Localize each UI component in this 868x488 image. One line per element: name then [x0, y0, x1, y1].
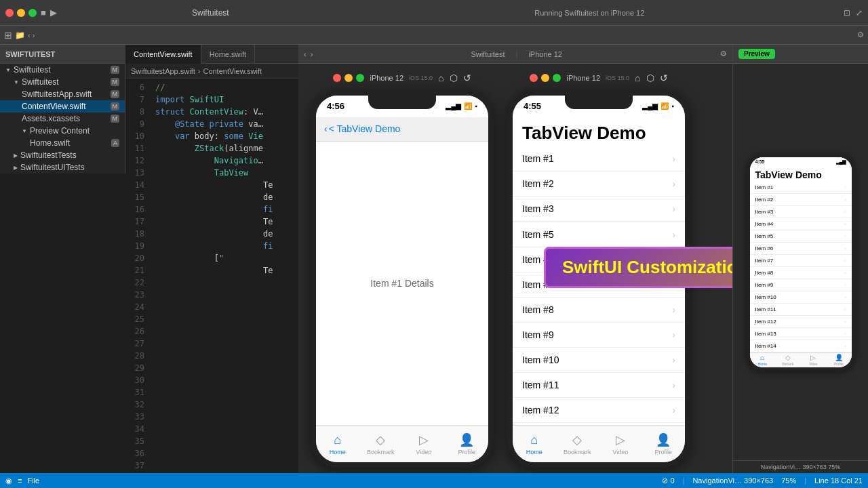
mini-list-item[interactable]: Item #11› [750, 304, 852, 316]
code-content[interactable]: // import SwiftUI struct ContentView: V…… [150, 79, 298, 473]
tab-home[interactable]: ⌂ Home [316, 433, 359, 455]
sidebar-item-tests[interactable]: ▶ SwiftuitestTests [0, 149, 125, 161]
sim-settings[interactable]: ⚙ [720, 49, 727, 58]
minimize-button[interactable] [17, 9, 25, 17]
sidebar-item-group[interactable]: ▼ Swiftuitest M [0, 76, 125, 88]
preview-info: NavigationVi… 390×763 75% [733, 460, 868, 473]
mini-list-item[interactable]: Item #8› [750, 267, 852, 279]
r-tab-video[interactable]: ▷ Video [599, 432, 642, 455]
toolbar-nav-arrows[interactable]: ‹ › [28, 31, 35, 39]
sim-min[interactable] [344, 74, 353, 82]
mini-list-item[interactable]: Item #9› [750, 279, 852, 291]
mini-list-item[interactable]: Item #14› [750, 340, 852, 352]
list-item[interactable]: Item #12› [513, 398, 685, 423]
home-icon[interactable]: ⌂ [438, 73, 443, 83]
mini-list-item[interactable]: Item #1› [750, 182, 852, 194]
mini-list-item[interactable]: Item #3› [750, 206, 852, 218]
r-wifi-icon: 📶 [660, 102, 669, 110]
mini-list[interactable]: Item #1› Item #2› Item #3› Item #4› Item… [750, 182, 852, 352]
list-item[interactable]: Item #8› [513, 298, 685, 323]
line-numbers: 678910 1112131415 1617181920 2122232425 … [125, 79, 150, 473]
profile-tab-icon: 👤 [459, 432, 474, 447]
tab-home[interactable]: Home.swift [201, 45, 255, 64]
mini-bookmark-icon: ◇ [785, 354, 791, 361]
r-rotate-icon[interactable]: ↺ [660, 73, 668, 83]
detail-text: Item #1 Details [316, 142, 488, 425]
mini-list-item[interactable]: Item #10› [750, 291, 852, 304]
sidebar-item-preview[interactable]: ▼ Preview Content [0, 125, 125, 137]
mini-list-item[interactable]: Item #7› [750, 255, 852, 267]
close-button[interactable] [5, 9, 14, 17]
tab-contentview[interactable]: ContentView.swift [125, 45, 201, 64]
sim-max[interactable] [356, 74, 364, 82]
r-home-icon[interactable]: ⌂ [635, 73, 640, 83]
sim-r-min[interactable] [541, 74, 549, 82]
status-bar: ◉ ≡ File ⊘ 0 | NavigationVi… 390×763 75%… [0, 473, 868, 488]
breadcrumb-item-2[interactable]: ContentView.swift [203, 67, 262, 75]
status-icons: ▂▄▆ 📶 ▪ [446, 102, 477, 110]
sidebar-item-assets[interactable]: Assets.xcassets M [0, 113, 125, 125]
code-editor[interactable]: 678910 1112131415 1617181920 2122232425 … [125, 79, 298, 473]
sim-left-title: iPhone 12 [370, 74, 403, 82]
r-tab-bookmark[interactable]: ◇ Bookmark [556, 432, 599, 455]
list-item[interactable]: Item #2› [513, 171, 685, 197]
list-item[interactable]: Item #10› [513, 348, 685, 373]
preview-header: Preview [733, 45, 868, 64]
nav-back-icon[interactable]: ⊞ [4, 30, 12, 41]
tab-bookmark[interactable]: ◇ Bookmark [359, 432, 403, 455]
list-item[interactable]: Item #3› [513, 197, 685, 222]
mini-tab-bar[interactable]: ⌂ Home ◇ Bkmark ▷ Video 👤 [750, 352, 852, 367]
mini-list-item[interactable]: Item #13› [750, 328, 852, 340]
sidebar-item-home[interactable]: Home.swift A [0, 137, 125, 149]
list-item[interactable]: Item #1› [513, 146, 685, 171]
running-status: Running Swiftuitest on iPhone 12 [340, 9, 840, 17]
r-tab-profile[interactable]: 👤 Profile [642, 432, 686, 455]
mini-tab-profile[interactable]: 👤 Profile [826, 354, 852, 366]
folder-icon[interactable]: 📁 [15, 30, 25, 40]
tab-video[interactable]: ▷ Video [402, 432, 446, 455]
sim-app-name: Swiftuitest [471, 50, 505, 58]
phone-right-tab-bar[interactable]: ⌂ Home ◇ Bookmark ▷ Video [513, 425, 685, 462]
status-menu[interactable]: ≡ [18, 476, 22, 485]
maximize-button[interactable] [28, 9, 37, 17]
breadcrumb-item-1[interactable]: SwiftuitestApp.swift [131, 67, 195, 75]
preview-panel: Preview 4:55 ▂▄▆ TabView Demo Item #1› I… [732, 45, 868, 473]
home-tab-icon: ⌂ [334, 433, 341, 447]
list-item[interactable]: Item #11› [513, 373, 685, 398]
status-right: ⊘ 0 | NavigationVi… 390×763 75% | Line 1… [662, 476, 863, 485]
mini-list-item[interactable]: Item #2› [750, 194, 852, 206]
sidebar-item-project[interactable]: ▼ Swiftuitest M [0, 64, 125, 76]
r-tab-home[interactable]: ⌂ Home [513, 433, 556, 455]
mini-tab-video[interactable]: ▷ Video [801, 354, 827, 366]
sim-r-max[interactable] [553, 74, 561, 82]
mini-tab-home[interactable]: ⌂ Home [750, 354, 776, 366]
mini-list-item[interactable]: Item #6› [750, 243, 852, 255]
r-camera-icon[interactable]: ⬡ [646, 73, 654, 83]
sim-r-close[interactable] [530, 74, 538, 82]
fullscreen-icon[interactable]: ⤢ [856, 8, 863, 18]
sim-nav-fwd[interactable]: › [311, 50, 313, 58]
mini-list-item[interactable]: Item #12› [750, 316, 852, 328]
split-icon[interactable]: ⊡ [844, 8, 850, 18]
mini-phone: 4:55 ▂▄▆ TabView Demo Item #1› Item #2› … [747, 154, 855, 371]
sim-nav-back[interactable]: ‹ [304, 50, 307, 58]
list-item[interactable]: Item #9› [513, 323, 685, 348]
run-icon[interactable]: ▶ [50, 7, 57, 18]
stop-icon[interactable]: ■ [41, 7, 46, 18]
camera-icon[interactable]: ⬡ [450, 73, 458, 83]
window-controls[interactable] [5, 9, 37, 17]
back-button[interactable]: ‹ < TabView Demo [324, 123, 400, 134]
sidebar-item-uitests[interactable]: ▶ SwiftuitestUITests [0, 161, 125, 174]
sidebar-item-app-swift[interactable]: SwiftuitestApp.swift M [0, 88, 125, 100]
top-bar-icons: ⊡ ⤢ [844, 8, 863, 18]
mini-tab-bookmark[interactable]: ◇ Bkmark [775, 354, 801, 366]
sidebar-item-contentview[interactable]: ContentView.swift M [0, 100, 125, 113]
tab-profile[interactable]: 👤 Profile [446, 432, 489, 455]
mini-list-item[interactable]: Item #5› [750, 230, 852, 243]
sidebar-title: SWIFTUITEST [5, 50, 55, 58]
rotate-icon[interactable]: ↺ [463, 73, 471, 83]
phone-tab-bar[interactable]: ⌂ Home ◇ Bookmark ▷ Video [316, 425, 488, 462]
sim-close[interactable] [333, 74, 341, 82]
mini-list-item[interactable]: Item #4› [750, 218, 852, 230]
list-item[interactable]: Item #5› [513, 222, 685, 247]
